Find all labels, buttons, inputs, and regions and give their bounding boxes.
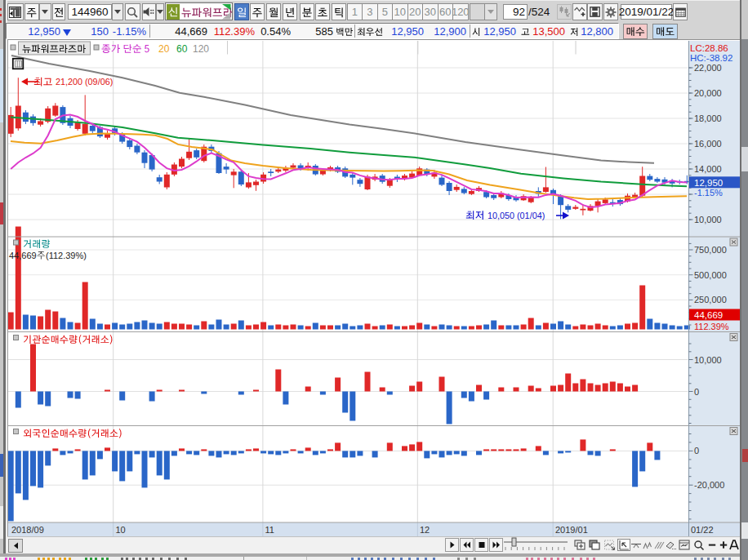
svg-text:LC:28.86: LC:28.86 xyxy=(690,43,728,53)
svg-text:0: 0 xyxy=(694,446,699,456)
svg-text:-1.15%: -1.15% xyxy=(694,188,723,198)
svg-text:2019/01: 2019/01 xyxy=(555,525,588,535)
svg-text:12: 12 xyxy=(420,525,430,535)
svg-text:14,000: 14,000 xyxy=(694,164,722,174)
svg-text:10,000: 10,000 xyxy=(694,355,722,365)
svg-text:500,000: 500,000 xyxy=(694,270,727,280)
svg-text:(112.39%): (112.39%) xyxy=(46,251,87,260)
svg-text:16,000: 16,000 xyxy=(694,139,722,149)
svg-text:20,000: 20,000 xyxy=(694,88,722,98)
svg-text:2018/09: 2018/09 xyxy=(11,525,44,535)
svg-text:18,000: 18,000 xyxy=(694,113,722,123)
svg-text:HC:-38.92: HC:-38.92 xyxy=(690,53,732,63)
svg-text:-20,000: -20,000 xyxy=(694,480,724,490)
svg-text:20: 20 xyxy=(158,43,170,55)
svg-text:10: 10 xyxy=(116,525,126,535)
svg-text:21,200 (09/06): 21,200 (09/06) xyxy=(56,77,113,87)
svg-text:01/22: 01/22 xyxy=(691,525,714,535)
svg-text:112.39%: 112.39% xyxy=(694,322,729,331)
svg-text:11: 11 xyxy=(265,525,274,535)
svg-text:22,000: 22,000 xyxy=(694,63,722,73)
svg-text:44,669: 44,669 xyxy=(9,251,37,260)
svg-text:250,000: 250,000 xyxy=(694,295,727,304)
svg-text:10,000: 10,000 xyxy=(694,215,722,224)
svg-text:750,000: 750,000 xyxy=(694,245,727,255)
svg-text:60: 60 xyxy=(176,43,188,55)
svg-text:44,669: 44,669 xyxy=(694,310,723,320)
svg-text:10,050 (01/04): 10,050 (01/04) xyxy=(488,211,545,220)
svg-text:12,950: 12,950 xyxy=(694,178,723,188)
svg-text:120: 120 xyxy=(193,43,209,55)
svg-text:0: 0 xyxy=(694,387,699,397)
